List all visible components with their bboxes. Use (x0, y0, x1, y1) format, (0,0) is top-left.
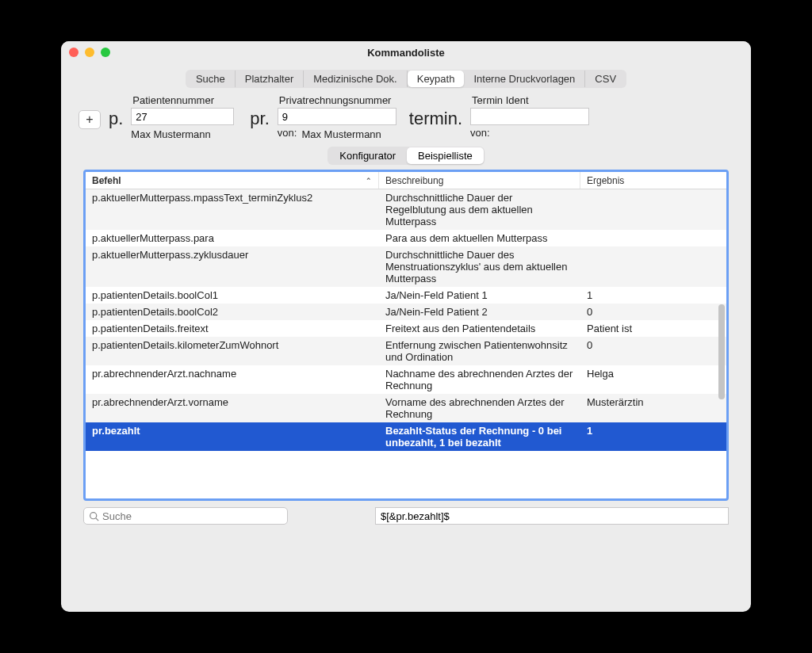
patient-number-input[interactable] (131, 108, 234, 125)
table-row[interactable]: p.patientenDetails.boolCol2Ja/Nein-Feld … (86, 304, 726, 320)
zoom-button[interactable] (101, 48, 110, 57)
tab-medizinische-dok[interactable]: Medizinische Dok. (304, 71, 408, 87)
cell-befehl: pr.abrechnenderArzt.vorname (86, 394, 379, 422)
table-row[interactable]: p.aktuellerMutterpass.zyklusdauerDurchsc… (86, 246, 726, 287)
cell-ergebnis: 0 (580, 304, 726, 320)
app-window: Kommandoliste Suche Platzhalter Medizini… (61, 41, 751, 612)
col-befehl[interactable]: Befehl ⌃ (86, 172, 379, 189)
titlebar: Kommandoliste (61, 41, 751, 63)
cell-beschreibung: Durchschnittliche Dauer der Regelblutung… (379, 189, 580, 230)
sort-asc-icon: ⌃ (366, 177, 372, 185)
patient-name: Max Mustermann (131, 127, 234, 140)
cell-befehl: p.aktuellerMutterpass.mpassText_terminZy… (86, 189, 379, 230)
cell-befehl: pr.bezahlt (86, 422, 379, 451)
inner-tab-row: Konfigurator Beispielliste (61, 145, 751, 170)
invoice-label: Privatrechnungsnummer (278, 94, 396, 106)
command-table: Befehl ⌃ Beschreibung Ergebnis p.aktuell… (83, 170, 729, 501)
key-entry-row: + p. Patientennummer Max Mustermann pr. … (61, 91, 751, 145)
table-row[interactable]: pr.abrechnenderArzt.vornameVorname des a… (86, 394, 726, 422)
search-input[interactable] (102, 510, 282, 522)
main-tab-bar: Suche Platzhalter Medizinische Dok. Keyp… (61, 63, 751, 91)
cell-ergebnis (580, 189, 726, 230)
cell-ergebnis: Musterärztin (580, 394, 726, 422)
termin-ident-input[interactable] (470, 108, 589, 125)
cell-ergebnis (580, 230, 726, 246)
cell-beschreibung: Bezahlt-Status der Rechnung - 0 bei unbe… (379, 422, 580, 451)
tab-interne-druckvorlagen[interactable]: Interne Druckvorlagen (464, 71, 585, 87)
cell-beschreibung: Vorname des abrechnenden Arztes der Rech… (379, 394, 580, 422)
window-title: Kommandoliste (367, 47, 445, 59)
svg-point-0 (90, 512, 97, 518)
table-header: Befehl ⌃ Beschreibung Ergebnis (86, 172, 726, 189)
invoice-number-input[interactable] (278, 108, 396, 125)
bottom-controls: $[&pr.bezahlt]$ (61, 501, 751, 525)
cell-befehl: p.patientenDetails.boolCol2 (86, 304, 379, 320)
search-icon (89, 511, 99, 521)
cell-ergebnis: 1 (580, 287, 726, 304)
plus-icon: + (86, 113, 93, 127)
cell-beschreibung: Ja/Nein-Feld Patient 2 (379, 304, 580, 320)
col-ergebnis[interactable]: Ergebnis (580, 172, 726, 189)
table-row[interactable]: p.aktuellerMutterpass.paraPara aus dem a… (86, 230, 726, 246)
patient-label: Patientennummer (131, 94, 234, 106)
add-button[interactable]: + (79, 110, 101, 129)
invoice-prefix: pr. (250, 109, 269, 129)
cell-befehl: p.patientenDetails.boolCol1 (86, 287, 379, 304)
tab-csv[interactable]: CSV (585, 71, 626, 87)
close-button[interactable] (69, 48, 79, 57)
table-row[interactable]: p.patientenDetails.kilometerZumWohnortEn… (86, 337, 726, 365)
window-controls (69, 48, 110, 57)
cell-befehl: p.aktuellerMutterpass.para (86, 230, 379, 246)
tab-suche[interactable]: Suche (186, 71, 236, 87)
termin-prefix: termin. (409, 109, 462, 129)
tab-beispielliste[interactable]: Beispielliste (407, 147, 484, 164)
cell-ergebnis: Patient ist (580, 320, 726, 337)
cell-ergebnis: 0 (580, 337, 726, 365)
search-box[interactable] (83, 507, 288, 525)
cell-beschreibung: Nachname des abrechnenden Arztes der Rec… (379, 365, 580, 394)
minimize-button[interactable] (85, 48, 94, 57)
invoice-sub-prefix: von: (278, 127, 297, 140)
tab-keypath[interactable]: Keypath (408, 71, 465, 87)
col-beschreibung[interactable]: Beschreibung (379, 172, 580, 189)
result-expression[interactable]: $[&pr.bezahlt]$ (375, 507, 729, 525)
cell-beschreibung: Entfernung zwischen Patientenwohnsitz un… (379, 337, 580, 365)
table-row[interactable]: pr.abrechnenderArzt.nachnameNachname des… (86, 365, 726, 394)
table-body: p.aktuellerMutterpass.mpassText_terminZy… (86, 189, 726, 498)
cell-beschreibung: Freitext aus den Patientendetails (379, 320, 580, 337)
cell-befehl: p.patientenDetails.kilometerZumWohnort (86, 337, 379, 365)
table-row[interactable]: p.patientenDetails.boolCol1Ja/Nein-Feld … (86, 287, 726, 304)
invoice-sub-name: Max Mustermann (301, 127, 381, 140)
table-row[interactable]: p.aktuellerMutterpass.mpassText_terminZy… (86, 189, 726, 230)
cell-befehl: p.patientenDetails.freitext (86, 320, 379, 337)
cell-ergebnis: 1 (580, 422, 726, 451)
cell-beschreibung: Ja/Nein-Feld Patient 1 (379, 287, 580, 304)
main-tabs: Suche Platzhalter Medizinische Dok. Keyp… (186, 70, 626, 88)
table-row[interactable]: pr.bezahltBezahlt-Status der Rechnung - … (86, 422, 726, 451)
cell-ergebnis: Helga (580, 365, 726, 394)
cell-befehl: pr.abrechnenderArzt.nachname (86, 365, 379, 394)
inner-tabs: Konfigurator Beispielliste (327, 147, 484, 165)
tab-konfigurator[interactable]: Konfigurator (328, 147, 407, 164)
scrollbar[interactable] (718, 304, 725, 399)
termin-sub-prefix: von: (470, 127, 490, 139)
patient-prefix: p. (109, 109, 123, 129)
cell-ergebnis (580, 246, 726, 287)
table-row[interactable]: p.patientenDetails.freitextFreitext aus … (86, 320, 726, 337)
tab-platzhalter[interactable]: Platzhalter (236, 71, 304, 87)
termin-label: Termin Ident (470, 94, 589, 106)
svg-line-1 (96, 517, 98, 520)
cell-beschreibung: Para aus dem aktuellen Mutterpass (379, 230, 580, 246)
cell-beschreibung: Durchschnittliche Dauer des Menstruation… (379, 246, 580, 287)
cell-befehl: p.aktuellerMutterpass.zyklusdauer (86, 246, 379, 287)
